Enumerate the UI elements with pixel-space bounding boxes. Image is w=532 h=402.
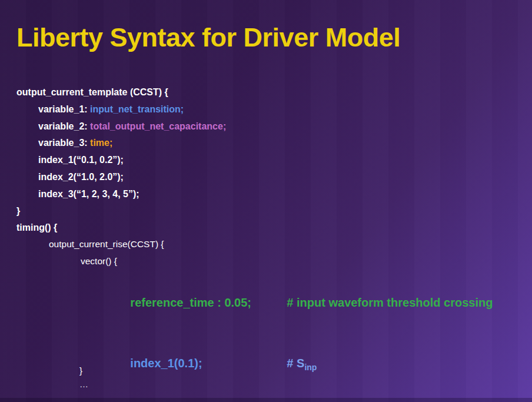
timing-open-text: timing() { [16,222,57,232]
variable-3-label: variable_3: [38,138,90,148]
code-line: output_current_template (CCST) { [16,84,226,101]
vector-open-text: vector() { [81,256,117,266]
code-line-reference-time: reference_time : 0.05;# input waveform t… [111,273,493,333]
code-line: variable_3: time; [16,135,226,152]
code-line-index-1: index_1(0.1);# Sinp [111,333,493,394]
index-3-text: index_3(“1, 2, 3, 4, 5”); [38,189,139,199]
code-line: index_1(“0.1, 0.2”); [16,152,226,169]
variable-1-value: input_net_transition; [90,104,184,114]
template-close-text: } [16,206,20,216]
rise-open-text: output_current_rise(CCST) { [49,239,164,249]
code-block-timing: output_current_rise(CCST) { vector() { [16,235,164,270]
variable-1-label: variable_1: [38,104,90,114]
code-block-template: output_current_template (CCST) { variabl… [16,84,226,237]
slide: Liberty Syntax for Driver Model output_c… [0,0,532,402]
code-line: variable_2: total_output_net_capacitance… [16,118,226,135]
variable-2-label: variable_2: [38,121,90,131]
variable-3-value: time; [90,138,112,148]
variable-2-value: total_output_net_capacitance; [90,121,226,131]
index-2-text: index_2(“1.0, 2.0”); [38,172,124,182]
vector-close-brace: } [79,365,82,377]
code-line: vector() { [16,253,164,270]
template-open-text: output_current_template (CCST) { [16,87,168,97]
reference-time-comment: # input waveform threshold crossing [287,296,493,309]
code-line: } [16,203,226,220]
vec-index-1-code: index_1(0.1); [130,353,287,373]
vec-index-1-comment: # Sinp [287,357,317,370]
vec-index-1-subscript: inp [304,363,317,372]
code-block-vector: reference_time : 0.05;# input waveform t… [111,273,493,402]
reference-time-code: reference_time : 0.05; [130,293,287,313]
code-line: output_current_rise(CCST) { [16,235,164,253]
index-1-text: index_1(“0.1, 0.2”); [38,155,124,165]
page-title: Liberty Syntax for Driver Model [16,22,400,53]
code-line: variable_1: input_net_transition; [16,101,226,118]
code-line: index_3(“1, 2, 3, 4, 5”); [16,186,226,203]
ellipsis-text: … [79,379,89,390]
code-line: timing() { [16,220,226,237]
code-line: index_2(“1.0, 2.0”); [16,169,226,186]
slide-bottom-edge [0,398,532,402]
